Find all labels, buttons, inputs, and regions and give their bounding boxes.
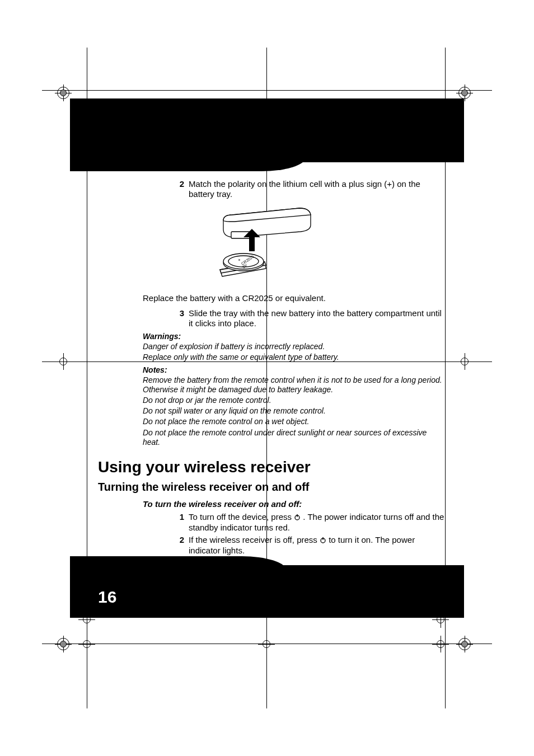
warnings-heading: Warnings:	[143, 332, 444, 341]
procedure-step-1: 1 To turn off the device, press . The po…	[129, 512, 444, 533]
note-line: Do not place the remote control under di…	[143, 428, 444, 447]
crosshair-icon	[456, 353, 473, 370]
replace-battery-text: Replace the battery with a CR2025 or equ…	[143, 293, 444, 303]
proc2-text-a: If the wireless receiver is off, press	[189, 535, 320, 544]
step-text: If the wireless receiver is off, press t…	[189, 535, 444, 556]
crosshair-icon	[78, 636, 95, 652]
crosshair-icon	[55, 353, 72, 370]
registration-mark-icon	[456, 636, 473, 652]
notes-heading: Notes:	[143, 365, 444, 374]
crop-line	[42, 90, 492, 91]
section-heading: Using your wireless receiver	[98, 458, 444, 476]
crosshair-icon	[432, 636, 449, 652]
warning-line: Replace only with the same or equivalent…	[143, 353, 444, 362]
registration-mark-icon	[55, 636, 72, 652]
battery-tray-figure: + CR2025 3V	[210, 204, 322, 288]
note-line: Do not drop or jar the remote control.	[143, 396, 444, 405]
header-banner	[70, 98, 464, 162]
footer-banner	[70, 565, 464, 618]
registration-mark-icon	[55, 84, 72, 101]
procedure-step-2: 2 If the wireless receiver is off, press…	[129, 535, 444, 556]
page-number: 16	[98, 588, 116, 607]
step-number: 1	[174, 512, 189, 533]
step-text: Match the polarity on the lithium cell w…	[189, 179, 444, 199]
note-line: Do not place the remote control on a wet…	[143, 417, 444, 426]
manual-page: 2 Match the polarity on the lithium cell…	[0, 0, 534, 756]
step-2: 2 Match the polarity on the lithium cell…	[129, 179, 444, 199]
proc1-text-a: To turn off the device, press	[189, 512, 294, 522]
note-line: Remove the battery from the remote contr…	[143, 375, 444, 395]
step-3: 3 Slide the tray with the new battery in…	[129, 308, 444, 328]
step-number: 3	[174, 308, 189, 328]
step-number: 2	[174, 179, 189, 199]
step-number: 2	[174, 535, 189, 556]
procedure-heading: To turn the wireless receiver on and off…	[143, 499, 444, 509]
power-icon	[320, 536, 326, 546]
subsection-heading: Turning the wireless receiver on and off	[98, 481, 444, 494]
step-text: To turn off the device, press . The powe…	[189, 512, 444, 533]
note-line: Do not spill water or any liquid on the …	[143, 406, 444, 416]
crosshair-icon	[258, 636, 275, 652]
content-area: 2 Match the polarity on the lithium cell…	[98, 179, 444, 558]
step-text: Slide the tray with the new battery into…	[189, 308, 444, 328]
power-icon	[294, 513, 301, 523]
warning-line: Danger of explosion if battery is incorr…	[143, 342, 444, 351]
